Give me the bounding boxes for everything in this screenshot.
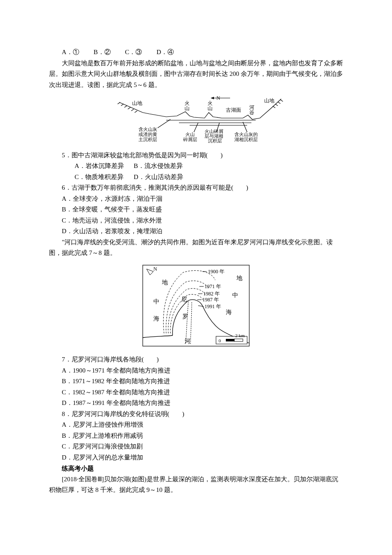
debris-label-1: 火山 — [185, 132, 195, 137]
svg-marker-1 — [211, 97, 214, 99]
q5-option-a: A．岩体沉降差异 — [62, 161, 132, 172]
q6-option-a: A．全球变冷，水源封冻，湖泊干涸 — [49, 194, 343, 205]
fig2-nile-1: 尼 — [181, 296, 187, 303]
lake-sed-2: 湖相沉积层 — [234, 137, 258, 142]
q8-option-c: C．尼罗河河口海浪侵蚀加剧 — [49, 441, 343, 452]
option-c: C．③ — [125, 49, 142, 55]
svg-line-3 — [194, 123, 198, 132]
svg-rect-13 — [226, 339, 234, 341]
valley-label-2: 谷 — [249, 110, 254, 116]
q6-option-c: C．地壳运动，河流侵蚀，湖水外泄 — [49, 215, 343, 226]
q6-option-d: D．火山活动，岩浆喷发，掩埋湖泊 — [49, 226, 343, 237]
q6-option-b: B．全球变暖，气候变干，蒸发旺盛 — [49, 204, 343, 215]
q7-option-d: D．1987～1991 年全都向陆地方向推进 — [49, 398, 343, 409]
figure-1: N 山地 山地 火 山 火 山 古湖面 河 谷 含火山灰 或渣的黄 土沉积 — [49, 95, 343, 147]
fig2-nile-3: 河 — [184, 338, 190, 344]
option-a: A．① — [62, 49, 79, 55]
volcano-label-1b: 山 — [184, 105, 190, 111]
mountain-left-label: 山地 — [132, 100, 142, 106]
fig2-y1982: 1982 年 — [203, 291, 220, 297]
svg-line-5 — [243, 122, 247, 132]
fig2-scale2: 2 km — [235, 333, 245, 338]
q7-option-a: A．1900～1971 年全都向陆地方向推进 — [49, 365, 343, 376]
q5-option-c: C．物质堆积差异 — [62, 172, 132, 183]
fig2-north: N — [153, 266, 157, 272]
lake-sed-1: 含火山灰的 — [234, 132, 258, 137]
passage-3: [2018·全国卷Ⅲ]贝加尔湖(如图)是世界上最深的湖泊，监测表明湖水深度还在加… — [49, 474, 343, 496]
lakeface-label: 古湖面 — [226, 107, 241, 113]
mountain-right-label: 山地 — [264, 98, 274, 104]
fig2-med-r3: 海 — [226, 309, 232, 315]
q6-stem: 6．古湖于数万年前彻底消失，推测其消失的原因最有可能是( ) — [49, 182, 343, 194]
prev-question-options: A．① B．② C．③ D．④ — [49, 47, 343, 58]
fig2-y1971: 1971 年 — [205, 283, 221, 289]
q5-row2: C．物质堆积差异 D．火山活动差异 — [49, 172, 343, 183]
q7-option-b: B．1971～1982 年全都向陆地方向推进 — [49, 376, 343, 387]
debris-lake-3: 沉积层 — [208, 138, 222, 143]
option-d: D．④ — [156, 49, 174, 55]
q7-option-c: C．1982～1987 年全都向陆地方向推进 — [49, 387, 343, 398]
svg-rect-6 — [143, 265, 249, 346]
fig2-scale0: 0 — [219, 338, 221, 343]
q8-option-d: D．尼罗河入河的总水量增加 — [49, 452, 343, 463]
q8-option-a: A．尼罗河上游侵蚀作用增强 — [49, 419, 343, 431]
q5-option-d: D．火山活动差异 — [134, 173, 183, 180]
q8-stem: 8．尼罗河河口海岸线的变化特征说明( ) — [49, 409, 343, 420]
svg-line-2 — [158, 119, 170, 128]
passage-1: 大同盆地是数百万年前开始形成的断陷盆地，山地与盆地之间由断层分界，盆地内部也发育… — [49, 58, 343, 91]
fig2-y1987: 1987 年 — [202, 297, 219, 303]
option-b: B．② — [94, 49, 111, 55]
passage-2: "河口海岸线的变化受河流、潮汐的共同作用。如图为近百年来尼罗河河口海岸线变化示意… — [49, 237, 343, 259]
fig2-y1900: 1900 年 — [208, 269, 225, 275]
fig2-med-r1: 地 — [236, 275, 242, 281]
q8-option-b: B．尼罗河上游堆积作用减弱 — [49, 431, 343, 442]
q5-stem: 5．图中古湖湖床较盆地北部地势低是因为同一时期( ) — [49, 150, 343, 161]
volcano-label-2b: 山 — [208, 105, 213, 111]
loess-label-2: 或渣的黄 — [138, 132, 157, 137]
fig2-med-l2: 中 — [153, 298, 159, 305]
fig2-y1991: 1991 年 — [205, 304, 221, 309]
fig2-med-l3: 海 — [153, 315, 159, 322]
q7-stem: 7．尼罗河河口海岸线各地段( ) — [49, 354, 343, 365]
figure-2: N 地 中 海 地 中 海 尼 罗 河 1900 年 1971 年 1982 年 — [49, 263, 343, 352]
q5-row1: A．岩体沉降差异 B．流水侵蚀差异 — [49, 161, 343, 172]
q5-option-b: B．流水侵蚀差异 — [134, 162, 183, 169]
debris-label-2: 碎屑层 — [183, 137, 197, 142]
gaokao-heading: 练高考小题 — [49, 463, 343, 474]
loess-label-3: 土沉积层 — [138, 137, 157, 142]
fig2-med-l1: 地 — [161, 279, 168, 286]
loess-label-1: 含火山灰 — [138, 127, 157, 132]
fig2-med-r2: 中 — [232, 292, 238, 298]
